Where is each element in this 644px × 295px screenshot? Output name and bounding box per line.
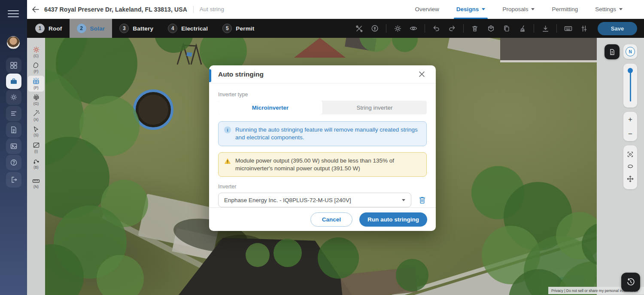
warning-banner: Module power output (395.00 W) should be… (218, 152, 427, 177)
tool-ground-mount[interactable]: (G) (28, 92, 44, 108)
document-icon (609, 49, 616, 55)
tab-string-inverter[interactable]: String inverter (322, 101, 427, 114)
tree-overlay[interactable] (359, 38, 392, 52)
zoom-out-button[interactable]: − (623, 130, 637, 138)
shortcuts-button[interactable] (563, 24, 573, 33)
back-button[interactable] (27, 0, 44, 19)
sidebar-item-documents[interactable] (6, 122, 21, 138)
modal-footer: Cancel Run auto stringing (209, 207, 436, 231)
select-caret-icon (402, 199, 405, 201)
menu-button[interactable] (8, 6, 20, 14)
gear-icon (394, 25, 402, 33)
gear-icon (10, 93, 18, 101)
inverter-type-label: Inverter type (218, 92, 427, 98)
history-button[interactable] (621, 273, 640, 292)
step-battery[interactable]: 3Battery (112, 19, 161, 38)
step-electrical[interactable]: 4Electrical (161, 19, 215, 38)
zoom-slider[interactable] (623, 64, 637, 108)
tree-overlay[interactable] (396, 259, 428, 292)
tool-auto-layout[interactable]: (X) (28, 108, 44, 123)
modal-title: Auto stringing (218, 71, 264, 78)
design-toolbar: 1Roof 2Solar 3Battery 4Electrical 5Permi… (27, 19, 644, 38)
north-indicator: N (626, 47, 635, 56)
sidebar-item-help[interactable] (6, 155, 21, 170)
tree-overlay[interactable] (392, 38, 418, 52)
nav-designs[interactable]: Designs (456, 0, 486, 19)
nav-overview[interactable]: Overview (415, 0, 439, 19)
sidebar-item-projects[interactable] (6, 74, 21, 89)
inverter-selected-value: Enphase Energy Inc. - IQ8PLUS-72-M-US [2… (224, 197, 351, 203)
hamburger-icon (8, 13, 19, 14)
rotate-view-button[interactable] (626, 163, 634, 172)
cleanup-button[interactable] (518, 24, 527, 33)
map-controls-panel: N + − (597, 38, 644, 295)
step-permit[interactable]: 5Permit (215, 19, 261, 38)
dashboard-grid-icon (10, 61, 18, 69)
redo-icon (448, 24, 456, 33)
sidebar-item-settings[interactable] (6, 89, 21, 105)
tool-toggle-imagery[interactable]: (I) (28, 139, 44, 155)
design-summary-button[interactable] (605, 44, 620, 59)
broom-icon (519, 25, 527, 33)
history-clock-icon (626, 277, 635, 287)
header-divider (193, 6, 194, 13)
step-roof[interactable]: 1Roof (28, 19, 70, 38)
slider-thumb[interactable] (628, 68, 633, 73)
visibility-button[interactable] (409, 24, 418, 33)
warning-icon (224, 158, 231, 172)
sidebar (0, 0, 27, 295)
sidebar-item-pricing[interactable] (6, 106, 21, 121)
tree-overlay[interactable] (318, 237, 359, 279)
redo-button[interactable] (447, 24, 457, 33)
filters-button[interactable] (579, 24, 589, 33)
back-arrow-icon (32, 6, 39, 13)
tab-microinverter[interactable]: Microinverter (218, 101, 322, 114)
tool-irradiance[interactable]: (C) (28, 44, 44, 60)
sidebar-item-dashboard[interactable] (6, 58, 21, 73)
download-button[interactable] (541, 24, 550, 33)
center-view-button[interactable] (370, 24, 380, 33)
tools-button[interactable] (354, 24, 364, 33)
inverter-select[interactable]: Enphase Energy Inc. - IQ8PLUS-72-M-US [2… (218, 193, 411, 207)
tool-stringing[interactable]: (B) (28, 155, 44, 171)
sidebar-item-logout[interactable] (6, 172, 21, 187)
tool-panels[interactable]: (P) (28, 76, 44, 92)
nav-settings[interactable]: Settings (595, 0, 623, 19)
regenerate-3d-button[interactable] (486, 24, 495, 33)
avatar[interactable] (7, 36, 20, 49)
undo-button[interactable] (431, 24, 441, 33)
save-button[interactable]: Save (598, 22, 637, 35)
chevron-down-icon (531, 8, 535, 10)
toolbar-divider (556, 24, 557, 33)
modal-accent-bar (209, 69, 211, 82)
tool-fill-region[interactable]: (F) (28, 60, 44, 76)
close-button[interactable] (416, 69, 427, 80)
pan-arrows-icon (626, 175, 634, 183)
document-icon (10, 126, 18, 134)
delete-button[interactable] (470, 24, 480, 33)
step-solar[interactable]: 2Solar (70, 19, 112, 38)
tree-overlay[interactable] (246, 243, 270, 267)
design-settings-button[interactable] (393, 24, 402, 33)
run-auto-stringing-button[interactable]: Run auto stringing (359, 212, 427, 227)
fit-screen-button[interactable] (626, 151, 634, 160)
tool-measure[interactable]: (N) (28, 175, 44, 191)
cancel-button[interactable]: Cancel (310, 212, 352, 227)
zoom-in-button[interactable]: + (623, 116, 637, 123)
chevron-down-icon (619, 8, 623, 10)
auto-stringing-modal: Auto stringing Inverter type Microinvert… (209, 65, 436, 231)
duplicate-button[interactable] (502, 24, 511, 33)
tree-overlay[interactable] (97, 255, 144, 295)
tool-select[interactable]: (S) (28, 123, 44, 139)
pan-view-button[interactable] (626, 175, 634, 184)
tree-overlay[interactable] (273, 239, 302, 267)
sidebar-item-media[interactable] (6, 138, 21, 154)
chevron-down-icon (482, 8, 485, 10)
compass-button[interactable]: N (623, 44, 637, 59)
modal-body: Inverter type Microinverter String inver… (209, 83, 436, 207)
nav-proposals[interactable]: Proposals (502, 0, 535, 19)
remove-inverter-button[interactable] (417, 195, 427, 205)
toolbar-divider (425, 24, 425, 33)
nav-permitting[interactable]: Permitting (552, 0, 578, 19)
toolbar-divider (463, 24, 464, 33)
